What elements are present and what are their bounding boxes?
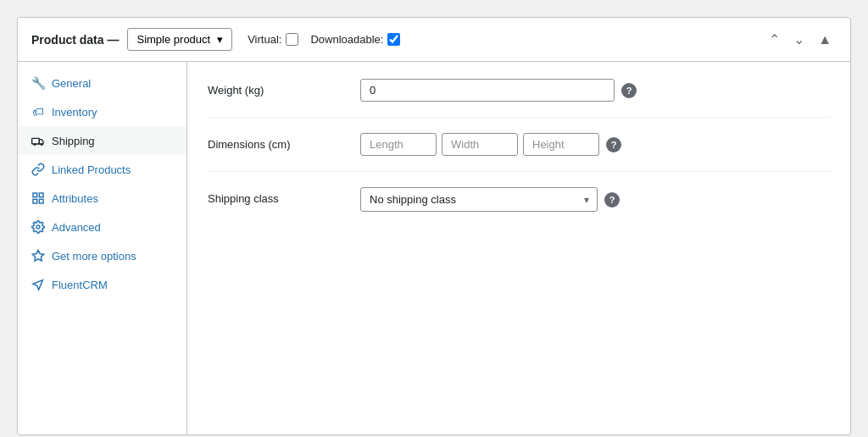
sidebar-item-inventory[interactable]: 🏷 Inventory	[18, 97, 186, 126]
weight-field: ?	[360, 79, 830, 102]
sidebar-item-label-general: General	[52, 77, 91, 90]
height-input[interactable]	[523, 133, 599, 156]
svg-marker-8	[32, 250, 43, 261]
chevron-down-icon: ▾	[217, 33, 223, 46]
weight-input[interactable]	[360, 79, 615, 102]
downloadable-checkbox[interactable]	[387, 33, 400, 46]
weight-label: Weight (kg)	[208, 79, 360, 97]
product-data-title: Product data —	[31, 33, 119, 47]
sidebar-item-advanced[interactable]: Advanced	[18, 213, 186, 241]
header-actions: ⌃ ⌄ ▲	[764, 30, 837, 49]
svg-rect-3	[33, 193, 37, 197]
star-icon	[31, 249, 45, 263]
sidebar-item-label-shipping: Shipping	[52, 135, 95, 147]
shipping-class-select-wrapper: No shipping class ▾	[360, 187, 598, 212]
downloadable-label[interactable]: Downloadable:	[310, 33, 400, 46]
dimensions-label: Dimensions (cm)	[208, 133, 360, 151]
dimensions-inputs	[360, 133, 599, 156]
sidebar-item-attributes[interactable]: Attributes	[18, 184, 186, 213]
dimensions-row: Dimensions (cm) ?	[208, 133, 830, 172]
link-icon	[31, 163, 45, 176]
sidebar-item-label-attributes: Attributes	[52, 192, 98, 205]
svg-point-7	[36, 225, 40, 229]
product-type-dropdown[interactable]: Simple product ▾	[127, 28, 232, 51]
virtual-label[interactable]: Virtual:	[248, 33, 298, 46]
product-data-box: Product data — Simple product ▾ Virtual:…	[17, 17, 851, 435]
tag-icon: 🏷	[31, 105, 45, 119]
virtual-checkbox[interactable]	[286, 33, 298, 46]
svg-rect-4	[39, 193, 43, 197]
width-input[interactable]	[442, 133, 518, 156]
shipping-class-row: Shipping class No shipping class ▾ ?	[208, 187, 830, 227]
shipping-class-field: No shipping class ▾ ?	[360, 187, 830, 212]
expand-button[interactable]: ▲	[813, 30, 837, 49]
svg-rect-5	[33, 199, 37, 203]
svg-point-2	[41, 143, 43, 146]
sidebar-item-label-get-more: Get more options	[52, 250, 136, 263]
sidebar-item-get-more-options[interactable]: Get more options	[18, 241, 186, 270]
dimensions-help-icon[interactable]: ?	[606, 137, 621, 152]
weight-row: Weight (kg) ?	[208, 79, 830, 118]
product-type-label: Simple product	[136, 33, 210, 46]
truck-icon	[31, 134, 45, 147]
main-content: Weight (kg) ? Dimensions (cm) ?	[187, 62, 850, 434]
shipping-class-select[interactable]: No shipping class	[360, 187, 598, 212]
grid-icon	[31, 191, 45, 205]
shipping-class-label: Shipping class	[208, 187, 360, 205]
sidebar-item-label-linked-products: Linked Products	[52, 163, 131, 176]
weight-help-icon[interactable]: ?	[621, 83, 637, 98]
sidebar-item-linked-products[interactable]: Linked Products	[18, 155, 186, 184]
sidebar-item-fluentcrm[interactable]: FluentCRM	[18, 270, 186, 299]
sidebar-item-general[interactable]: 🔧 General	[18, 69, 186, 97]
collapse-down-button[interactable]: ⌄	[788, 30, 810, 49]
wrench-icon: 🔧	[31, 76, 45, 90]
collapse-up-button[interactable]: ⌃	[764, 30, 785, 49]
sidebar-item-label-inventory: Inventory	[52, 106, 97, 119]
length-input[interactable]	[360, 133, 437, 156]
svg-rect-0	[32, 138, 40, 144]
dimensions-field: ?	[360, 133, 830, 156]
fluent-icon	[31, 278, 45, 291]
svg-point-1	[34, 143, 36, 146]
sidebar-item-shipping[interactable]: Shipping	[18, 126, 186, 155]
sidebar-item-label-fluentcrm: FluentCRM	[52, 279, 108, 291]
gear-icon	[31, 220, 45, 234]
sidebar: 🔧 General 🏷 Inventory Shipping	[18, 62, 187, 434]
shipping-class-help-icon[interactable]: ?	[604, 192, 620, 207]
product-data-header: Product data — Simple product ▾ Virtual:…	[18, 18, 850, 62]
virtual-downloadable-group: Virtual: Downloadable:	[248, 33, 400, 46]
svg-rect-6	[39, 199, 43, 203]
sidebar-item-label-advanced: Advanced	[52, 221, 101, 234]
product-data-body: 🔧 General 🏷 Inventory Shipping	[18, 62, 850, 434]
